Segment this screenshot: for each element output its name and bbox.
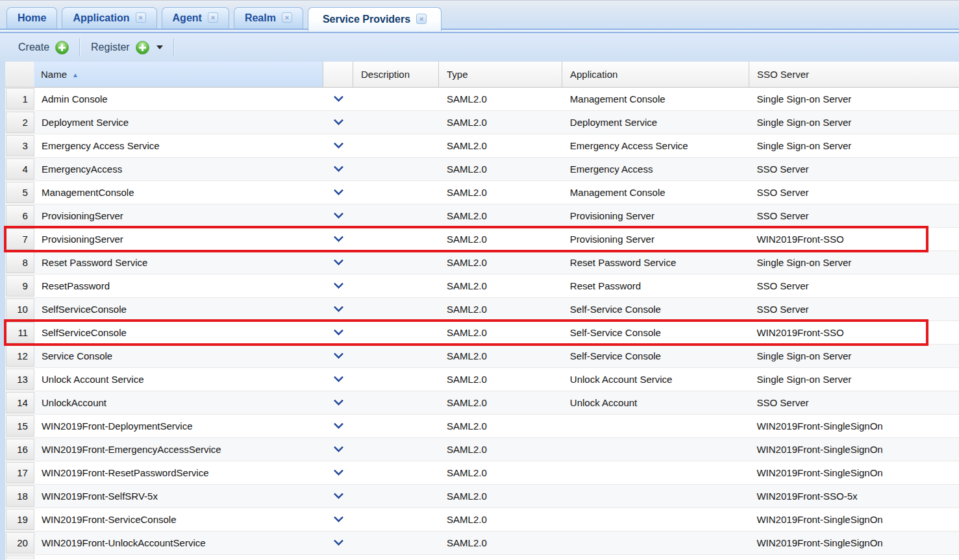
type-cell: SAML2.0 [439, 508, 562, 531]
row-menu-button[interactable] [323, 321, 353, 344]
create-button[interactable]: Create [18, 41, 69, 55]
name-cell[interactable]: Unlock Account Service [35, 368, 323, 391]
table-header-row: Name ▲ Description Type Application SSO … [5, 62, 959, 88]
create-button-label: Create [18, 42, 49, 53]
row-number-cell: 5 [6, 182, 34, 203]
chevron-down-icon [334, 302, 344, 313]
caret-down-icon[interactable] [156, 45, 163, 49]
description-cell [353, 181, 439, 204]
row-number-cell: 10 [6, 298, 34, 320]
type-cell: SAML2.0 [439, 485, 562, 507]
sso-server-cell: SSO Server [749, 204, 959, 227]
type-cell: SAML2.0 [439, 204, 562, 227]
name-cell[interactable]: Emergency Access Service [35, 134, 323, 157]
row-menu-button[interactable] [323, 485, 353, 507]
row-menu-button[interactable] [323, 111, 353, 134]
application-cell: Emergency Access [562, 158, 749, 180]
sso-server-cell: Single Sign-on Server [749, 368, 959, 391]
tab-service-providers[interactable]: Service Providers × [308, 7, 442, 31]
table-row: 3 Emergency Access Service SAML2.0 Emerg… [5, 134, 959, 158]
name-cell[interactable]: ProvisioningServer [35, 228, 323, 250]
application-cell [562, 508, 749, 531]
application-cell [562, 461, 749, 484]
tab-label: Realm [245, 12, 276, 24]
tab-agent[interactable]: Agent × [162, 7, 229, 29]
name-cell[interactable]: Service Console [35, 345, 323, 367]
close-icon[interactable]: × [416, 14, 427, 24]
partial-next-row [5, 555, 959, 560]
table-row: 7 ProvisioningServer SAML2.0 Provisionin… [5, 228, 959, 251]
header-sso-server[interactable]: SSO Server [749, 62, 959, 87]
tab-application[interactable]: Application × [62, 7, 156, 29]
name-cell[interactable]: ManagementConsole [35, 181, 323, 204]
table-row: 19 WIN2019Front-ServiceConsole SAML2.0 W… [5, 508, 959, 531]
name-cell[interactable]: WIN2019Front-DeploymentService [35, 415, 323, 437]
description-cell [353, 228, 439, 250]
row-menu-button[interactable] [323, 274, 353, 297]
tab-realm[interactable]: Realm × [234, 7, 303, 29]
name-cell[interactable]: EmergencyAccess [35, 158, 323, 180]
row-number-cell: 15 [6, 415, 34, 437]
application-cell: Unlock Account [562, 391, 749, 414]
toolbar-separator [79, 38, 81, 56]
row-menu-button[interactable] [323, 438, 353, 461]
tab-label: Home [18, 12, 46, 24]
name-cell[interactable]: ProvisioningServer [35, 204, 323, 227]
name-cell[interactable]: UnlockAccount [35, 391, 323, 414]
tab-bar: Home Application × Agent × Realm × Servi… [0, 0, 959, 29]
row-menu-button[interactable] [323, 415, 353, 437]
application-cell [562, 485, 749, 507]
row-menu-button[interactable] [323, 391, 353, 414]
header-type[interactable]: Type [438, 62, 562, 87]
description-cell [353, 508, 439, 531]
application-cell: Management Console [562, 181, 749, 204]
name-cell[interactable]: SelfServiceConsole [35, 321, 323, 344]
name-cell[interactable]: ResetPassword [35, 274, 323, 297]
name-cell[interactable]: WIN2019Front-SelfSRV-5x [35, 485, 323, 507]
header-name[interactable]: Name ▲ [34, 62, 323, 87]
tab-home[interactable]: Home [6, 7, 57, 29]
row-menu-button[interactable] [323, 298, 353, 321]
row-menu-button[interactable] [323, 228, 353, 250]
row-number-cell: 19 [6, 509, 34, 530]
close-icon[interactable]: × [136, 12, 146, 23]
name-cell[interactable]: SelfServiceConsole [35, 298, 323, 321]
table-row: 4 EmergencyAccess SAML2.0 Emergency Acce… [5, 158, 959, 181]
type-cell: SAML2.0 [439, 274, 562, 297]
application-cell: Deployment Service [562, 111, 749, 134]
header-application[interactable]: Application [562, 62, 749, 87]
row-menu-button[interactable] [323, 508, 353, 531]
description-cell [353, 368, 439, 391]
name-cell[interactable]: Reset Password Service [35, 251, 323, 274]
application-cell: Reset Password Service [562, 251, 749, 274]
name-cell[interactable]: Admin Console [35, 88, 323, 110]
description-cell [353, 531, 439, 554]
row-number-cell: 6 [6, 205, 34, 226]
row-menu-button[interactable] [323, 88, 353, 110]
row-menu-button[interactable] [323, 531, 353, 554]
application-cell: Provisioning Server [562, 204, 749, 227]
row-menu-button[interactable] [323, 134, 353, 157]
row-number-cell: 13 [6, 369, 34, 390]
name-cell[interactable]: WIN2019Front-ResetPasswordService [35, 461, 323, 484]
register-button[interactable]: Register [91, 41, 163, 55]
row-menu-button[interactable] [323, 345, 353, 367]
name-cell[interactable]: WIN2019Front-UnlockAccountService [35, 531, 323, 554]
row-menu-button[interactable] [323, 461, 353, 484]
close-icon[interactable]: × [208, 12, 218, 23]
header-description[interactable]: Description [353, 62, 438, 87]
row-menu-button[interactable] [323, 204, 353, 227]
name-cell[interactable]: Deployment Service [35, 111, 323, 134]
row-menu-button[interactable] [323, 368, 353, 391]
name-cell[interactable]: WIN2019Front-ServiceConsole [35, 508, 323, 531]
table-row: 15 WIN2019Front-DeploymentService SAML2.… [5, 415, 959, 438]
name-cell[interactable]: WIN2019Front-EmergencyAccessService [35, 438, 323, 461]
row-menu-button[interactable] [323, 181, 353, 204]
row-menu-button[interactable] [323, 158, 353, 180]
header-actions [323, 62, 353, 87]
partial-row-number-cell [6, 555, 34, 559]
row-menu-button[interactable] [323, 251, 353, 274]
row-number-cell: 3 [6, 135, 34, 156]
sso-server-cell: WIN2019Front-SingleSignOn [749, 531, 959, 554]
close-icon[interactable]: × [282, 12, 292, 23]
